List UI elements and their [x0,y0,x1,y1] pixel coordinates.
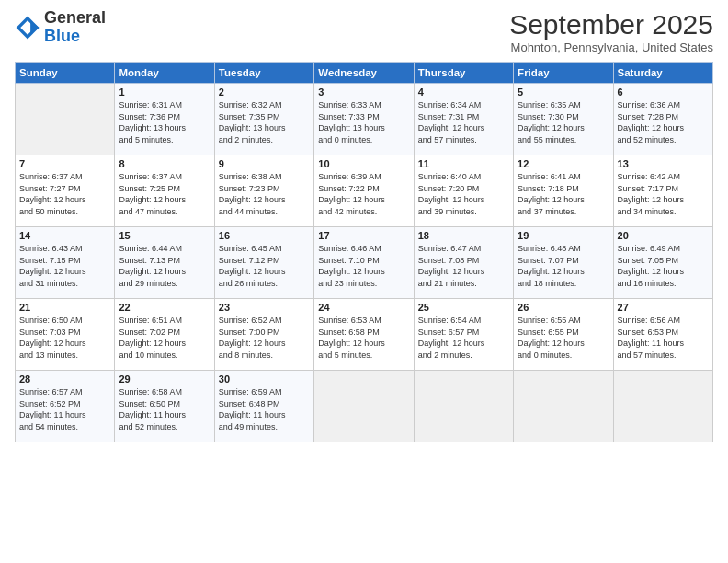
day-number: 18 [418,230,509,241]
title-block: September 2025 Mohnton, Pennsylvania, Un… [509,9,713,54]
cell-3-2: 15Sunrise: 6:44 AMSunset: 7:13 PMDayligh… [115,227,214,299]
day-number: 2 [219,86,310,98]
cell-info: Sunrise: 6:57 AMSunset: 6:52 PMDaylight:… [19,386,110,432]
cell-4-5: 25Sunrise: 6:54 AMSunset: 6:57 PMDayligh… [414,299,513,371]
cell-info: Sunrise: 6:45 AMSunset: 7:12 PMDaylight:… [219,243,310,289]
day-number: 8 [119,158,210,169]
day-number: 10 [318,158,409,169]
cell-3-4: 17Sunrise: 6:46 AMSunset: 7:10 PMDayligh… [314,227,414,299]
day-number: 26 [518,302,609,313]
cell-2-5: 11Sunrise: 6:40 AMSunset: 7:20 PMDayligh… [414,155,513,227]
cell-5-7 [613,371,712,442]
col-sunday: Sunday [16,63,115,84]
day-number: 27 [618,302,709,313]
day-number: 13 [618,158,709,169]
cell-1-4: 3Sunrise: 6:33 AMSunset: 7:33 PMDaylight… [314,84,414,155]
day-number: 14 [19,230,110,241]
day-number: 5 [518,86,609,98]
cell-info: Sunrise: 6:44 AMSunset: 7:13 PMDaylight:… [119,243,210,289]
day-number: 23 [219,302,310,313]
cell-info: Sunrise: 6:42 AMSunset: 7:17 PMDaylight:… [618,171,709,217]
day-number: 16 [219,230,310,241]
day-number: 22 [119,302,210,313]
cell-4-1: 21Sunrise: 6:50 AMSunset: 7:03 PMDayligh… [16,299,115,371]
day-number: 9 [219,158,310,169]
cell-info: Sunrise: 6:49 AMSunset: 7:05 PMDaylight:… [618,243,709,289]
cell-info: Sunrise: 6:40 AMSunset: 7:20 PMDaylight:… [418,171,509,217]
cell-info: Sunrise: 6:58 AMSunset: 6:50 PMDaylight:… [119,386,210,432]
cell-2-3: 9Sunrise: 6:38 AMSunset: 7:23 PMDaylight… [214,155,313,227]
day-number: 17 [318,230,409,241]
cell-1-3: 2Sunrise: 6:32 AMSunset: 7:35 PMDaylight… [214,84,313,155]
day-number: 15 [119,230,210,241]
logo-icon [15,15,40,40]
day-number: 4 [418,86,509,98]
cell-5-1: 28Sunrise: 6:57 AMSunset: 6:52 PMDayligh… [16,371,115,442]
day-number: 28 [19,373,110,385]
day-number: 30 [219,373,310,385]
cell-info: Sunrise: 6:39 AMSunset: 7:22 PMDaylight:… [318,171,409,217]
cell-1-6: 5Sunrise: 6:35 AMSunset: 7:30 PMDaylight… [514,84,613,155]
header-row: Sunday Monday Tuesday Wednesday Thursday… [16,63,713,84]
day-number: 25 [418,302,509,313]
cell-info: Sunrise: 6:47 AMSunset: 7:08 PMDaylight:… [418,243,509,289]
cell-info: Sunrise: 6:35 AMSunset: 7:30 PMDaylight:… [518,99,609,145]
week-row-1: 1Sunrise: 6:31 AMSunset: 7:36 PMDaylight… [16,84,713,155]
day-number: 24 [318,302,409,313]
cell-info: Sunrise: 6:50 AMSunset: 7:03 PMDaylight:… [19,315,110,361]
cell-5-4 [314,371,414,442]
day-number: 1 [119,86,210,98]
cell-info: Sunrise: 6:55 AMSunset: 6:55 PMDaylight:… [518,315,609,361]
logo: General Blue [15,9,106,46]
col-friday: Friday [514,63,613,84]
calendar-page: General Blue September 2025 Mohnton, Pen… [0,0,728,563]
cell-2-6: 12Sunrise: 6:41 AMSunset: 7:18 PMDayligh… [514,155,613,227]
week-row-4: 21Sunrise: 6:50 AMSunset: 7:03 PMDayligh… [16,299,713,371]
cell-4-3: 23Sunrise: 6:52 AMSunset: 7:00 PMDayligh… [214,299,313,371]
day-number: 29 [119,373,210,385]
week-row-3: 14Sunrise: 6:43 AMSunset: 7:15 PMDayligh… [16,227,713,299]
cell-3-1: 14Sunrise: 6:43 AMSunset: 7:15 PMDayligh… [16,227,115,299]
cell-info: Sunrise: 6:52 AMSunset: 7:00 PMDaylight:… [219,315,310,361]
cell-info: Sunrise: 6:56 AMSunset: 6:53 PMDaylight:… [618,315,709,361]
cell-info: Sunrise: 6:43 AMSunset: 7:15 PMDaylight:… [19,243,110,289]
header: General Blue September 2025 Mohnton, Pen… [15,9,713,54]
day-number: 21 [19,302,110,313]
cell-info: Sunrise: 6:41 AMSunset: 7:18 PMDaylight:… [518,171,609,217]
logo-text: General Blue [44,9,106,46]
cell-info: Sunrise: 6:59 AMSunset: 6:48 PMDaylight:… [219,386,310,432]
cell-info: Sunrise: 6:32 AMSunset: 7:35 PMDaylight:… [219,99,310,145]
cell-2-4: 10Sunrise: 6:39 AMSunset: 7:22 PMDayligh… [314,155,414,227]
svg-marker-2 [30,20,39,35]
cell-4-6: 26Sunrise: 6:55 AMSunset: 6:55 PMDayligh… [514,299,613,371]
col-monday: Monday [115,63,214,84]
cell-info: Sunrise: 6:48 AMSunset: 7:07 PMDaylight:… [518,243,609,289]
cell-2-2: 8Sunrise: 6:37 AMSunset: 7:25 PMDaylight… [115,155,214,227]
cell-info: Sunrise: 6:33 AMSunset: 7:33 PMDaylight:… [318,99,409,145]
month-title: September 2025 [509,9,713,40]
col-wednesday: Wednesday [314,63,414,84]
logo-general: General [44,8,106,27]
day-number: 6 [618,86,709,98]
cell-info: Sunrise: 6:31 AMSunset: 7:36 PMDaylight:… [119,99,210,145]
day-number: 19 [518,230,609,241]
cell-1-5: 4Sunrise: 6:34 AMSunset: 7:31 PMDaylight… [414,84,513,155]
cell-3-5: 18Sunrise: 6:47 AMSunset: 7:08 PMDayligh… [414,227,513,299]
cell-info: Sunrise: 6:46 AMSunset: 7:10 PMDaylight:… [318,243,409,289]
cell-info: Sunrise: 6:38 AMSunset: 7:23 PMDaylight:… [219,171,310,217]
cell-5-6 [514,371,613,442]
cell-5-2: 29Sunrise: 6:58 AMSunset: 6:50 PMDayligh… [115,371,214,442]
cell-info: Sunrise: 6:54 AMSunset: 6:57 PMDaylight:… [418,315,509,361]
location-subtitle: Mohnton, Pennsylvania, United States [509,40,713,54]
cell-4-2: 22Sunrise: 6:51 AMSunset: 7:02 PMDayligh… [115,299,214,371]
day-number: 20 [618,230,709,241]
calendar-table: Sunday Monday Tuesday Wednesday Thursday… [15,62,713,442]
cell-1-2: 1Sunrise: 6:31 AMSunset: 7:36 PMDaylight… [115,84,214,155]
col-thursday: Thursday [414,63,513,84]
day-number: 12 [518,158,609,169]
cell-3-6: 19Sunrise: 6:48 AMSunset: 7:07 PMDayligh… [514,227,613,299]
logo-blue: Blue [44,27,80,45]
cell-3-7: 20Sunrise: 6:49 AMSunset: 7:05 PMDayligh… [613,227,712,299]
cell-info: Sunrise: 6:34 AMSunset: 7:31 PMDaylight:… [418,99,509,145]
cell-info: Sunrise: 6:53 AMSunset: 6:58 PMDaylight:… [318,315,409,361]
